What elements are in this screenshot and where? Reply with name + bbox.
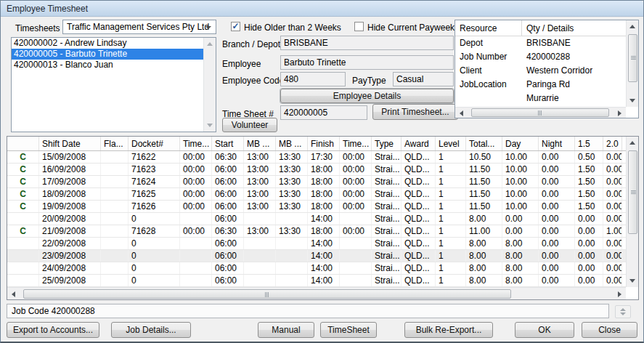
grid-cell[interactable] (101, 225, 129, 237)
grid-cell[interactable] (101, 262, 129, 274)
grid-cell[interactable]: 0 (129, 238, 180, 249)
grid-cell[interactable]: 0.00 (575, 250, 603, 262)
grid-cell[interactable]: 17:30 (308, 151, 340, 163)
grid-cell[interactable]: 21/09/2008 (39, 225, 101, 237)
timesheet-list-item[interactable]: 420000013 - Blanco Juan (12, 60, 203, 70)
grid-cell[interactable]: 0.00 (603, 262, 622, 274)
grid-cell[interactable]: 0.00 (502, 213, 539, 225)
grid-column-header[interactable]: Type (372, 137, 402, 150)
grid-cell[interactable]: 00:00 (340, 188, 372, 200)
scrollbar-thumb[interactable] (628, 150, 637, 234)
title-bar[interactable]: Employee Timesheet (1, 1, 643, 17)
grid-cell[interactable]: 00:00 (180, 151, 212, 163)
grid-cell[interactable]: 0 (129, 250, 180, 262)
grid-cell[interactable]: 1.50 (575, 201, 603, 212)
grid-cell[interactable]: 8.00 (466, 275, 502, 286)
grid-row-indicator[interactable] (7, 275, 39, 286)
grid-cell[interactable]: 13:00 (244, 151, 276, 163)
grid-column-header[interactable]: Time... (180, 137, 212, 150)
grid-cell[interactable]: 0.00 (603, 176, 622, 187)
grid-cell[interactable]: 00:00 (180, 201, 212, 212)
print-timesheet-button[interactable]: Print Timesheet... (372, 104, 458, 120)
grid-cell[interactable]: 00:00 (180, 164, 212, 175)
grid-cell[interactable]: 00:00 (340, 225, 372, 237)
grid-column-header[interactable]: Start (212, 137, 244, 150)
grid-row[interactable]: 20/09/2008006:0014:00Strai...QLD...18.00… (7, 213, 626, 225)
grid-row-indicator[interactable] (7, 250, 39, 262)
grid-vertical-scrollbar[interactable] (626, 137, 638, 287)
grid-cell[interactable] (276, 213, 308, 225)
grid-cell[interactable] (101, 188, 129, 200)
employee-code-field[interactable]: 480 (280, 72, 346, 86)
grid-cell[interactable]: 71624 (129, 176, 180, 187)
grid-cell[interactable]: 14:00 (308, 250, 340, 262)
grid-column-header[interactable]: Time... (340, 137, 372, 150)
grid-cell[interactable] (340, 238, 372, 249)
grid-cell[interactable]: 13:30 (276, 164, 308, 175)
resource-row[interactable]: ClientWestern Corridor (455, 64, 626, 78)
grid-cell[interactable]: 18:00 (308, 225, 340, 237)
grid-cell[interactable]: 22/09/2008 (39, 238, 101, 249)
grid-cell[interactable]: 71626 (129, 201, 180, 212)
grid-cell[interactable]: 0.00 (575, 262, 603, 274)
grid-row[interactable]: C21/09/20087162800:0006:3013:0013:3018:0… (7, 225, 626, 238)
grid-cell[interactable]: 0.00 (539, 164, 575, 175)
grid-cell[interactable]: 0.00 (539, 238, 575, 249)
employee-field[interactable]: Barbuto Trinette (280, 55, 454, 70)
grid-cell[interactable] (244, 238, 276, 249)
grid-cell[interactable]: 0.00 (603, 201, 622, 212)
timesheet-list-item[interactable]: 420000005 - Barbuto Trinette (12, 49, 203, 60)
grid-row[interactable]: 22/09/2008006:0014:00Strai...QLD...18.00… (7, 238, 626, 250)
timesheets-combobox[interactable]: Traffic Management Services Pty Ltd (62, 20, 216, 34)
grid-cell[interactable]: 71622 (129, 151, 180, 163)
grid-cell[interactable]: 71628 (129, 225, 180, 237)
grid-cell[interactable]: 8.00 (502, 238, 539, 249)
grid-cell[interactable]: 0 (129, 213, 180, 225)
grid-cell[interactable]: 10.00 (502, 151, 539, 163)
grid-row[interactable]: 23/09/2008006:0014:00Strai...QLD...18.00… (7, 250, 626, 262)
hide-current-label[interactable]: Hide Current Payweek (367, 23, 455, 33)
grid-cell[interactable]: 1 (436, 262, 466, 274)
grid-cell[interactable]: 00:00 (180, 188, 212, 200)
ok-button[interactable]: OK (515, 322, 574, 338)
grid-row[interactable]: 24/09/2008006:0014:00Strai...QLD...18.00… (7, 262, 626, 275)
job-details-button[interactable]: Job Details... (111, 322, 191, 338)
grid-cell[interactable] (101, 151, 129, 163)
grid-cell[interactable]: 0.00 (502, 225, 539, 237)
grid-cell[interactable]: QLD... (402, 151, 436, 163)
timesheet-number-field[interactable]: 420000005 (280, 105, 367, 120)
paytype-field[interactable]: Casual (393, 72, 454, 86)
grid-cell[interactable]: 00:00 (180, 225, 212, 237)
hide-current-checkbox[interactable]: ✓ (354, 22, 364, 31)
grid-column-header[interactable]: Level (436, 137, 466, 150)
grid-row-indicator[interactable]: C (7, 176, 39, 187)
grid-cell[interactable]: 19/09/2008 (39, 201, 101, 212)
grid-cell[interactable]: 16/09/2008 (39, 164, 101, 175)
grid-cell[interactable]: 8.00 (466, 250, 502, 262)
grid-cell[interactable]: 0.00 (603, 238, 622, 249)
grid-cell[interactable]: 23/09/2008 (39, 250, 101, 262)
grid-cell[interactable]: QLD... (402, 201, 436, 212)
hide-older-label[interactable]: Hide Older than 2 Weeks (244, 23, 341, 33)
grid-cell[interactable]: 8.00 (502, 275, 539, 286)
resource-row[interactable]: JobLocationParinga Rd (455, 78, 626, 92)
grid-cell[interactable]: 0 (129, 262, 180, 274)
grid-cell[interactable]: QLD... (402, 262, 436, 274)
grid-column-header[interactable]: Night (539, 137, 575, 150)
grid-cell[interactable]: 13:00 (244, 188, 276, 200)
grid-cell[interactable]: 1 (436, 213, 466, 225)
grid-column-header[interactable]: 2.0 (603, 137, 622, 150)
timesheet-button[interactable]: TimeSheet (320, 322, 377, 338)
qty-details-column-header[interactable]: Qty / Details (522, 20, 574, 36)
status-spinner[interactable] (615, 305, 631, 318)
grid-cell[interactable]: QLD... (402, 225, 436, 237)
timesheet-list-item[interactable]: 420000002 - Andrew Lindsay (12, 38, 203, 49)
grid-column-header[interactable]: Total... (466, 137, 502, 150)
grid-column-header[interactable]: MB ... (276, 137, 308, 150)
grid-cell[interactable]: Strai... (372, 238, 402, 249)
grid-cell[interactable]: 0.00 (539, 151, 575, 163)
grid-cell[interactable]: 13:00 (244, 225, 276, 237)
manual-button[interactable]: Manual (258, 322, 314, 338)
grid-cell[interactable] (244, 213, 276, 225)
grid-cell[interactable]: 8.00 (466, 262, 502, 274)
